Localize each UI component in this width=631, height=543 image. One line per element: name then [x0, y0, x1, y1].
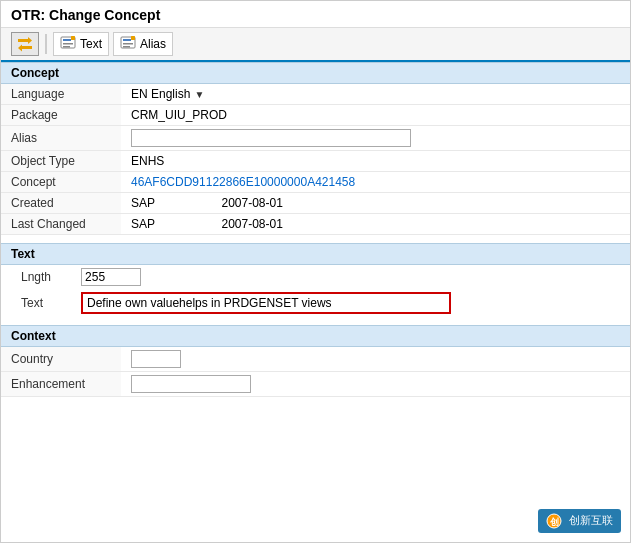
- context-section-header: Context: [1, 325, 630, 347]
- last-changed-date: 2007-08-01: [221, 217, 282, 231]
- concept-section-header: Concept: [1, 62, 630, 84]
- created-label: Created: [1, 193, 121, 214]
- text-icon: [60, 36, 76, 52]
- text-tab-button[interactable]: Text: [53, 32, 109, 56]
- concept-row: Concept 46AF6CDD91122866E10000000A421458: [1, 172, 630, 193]
- svg-rect-6: [63, 43, 73, 45]
- context-section: Context Country Enhancement: [1, 325, 630, 397]
- svg-rect-10: [123, 39, 131, 41]
- watermark-icon: 创: [546, 513, 562, 529]
- concept-label: Concept: [1, 172, 121, 193]
- alias-label: Alias: [1, 126, 121, 151]
- svg-marker-1: [28, 37, 32, 44]
- concept-form-table: Language EN English ▼ Package CRM_UIU_PR…: [1, 84, 630, 235]
- toolbar: Text Alias: [1, 28, 630, 62]
- watermark: 创 创新互联: [538, 509, 621, 533]
- package-label: Package: [1, 105, 121, 126]
- created-row: Created SAP 2007-08-01: [1, 193, 630, 214]
- object-type-label: Object Type: [1, 151, 121, 172]
- package-row: Package CRM_UIU_PROD: [1, 105, 630, 126]
- text-row: Text: [1, 289, 630, 317]
- text-section-header: Text: [1, 243, 630, 265]
- main-window: OTR: Change Concept Text: [0, 0, 631, 543]
- alias-icon: [120, 36, 136, 52]
- last-changed-row: Last Changed SAP 2007-08-01: [1, 214, 630, 235]
- lngth-row: Lngth: [1, 265, 630, 289]
- toolbar-separator-1: [45, 34, 47, 54]
- svg-rect-13: [131, 36, 135, 40]
- enhancement-input[interactable]: [131, 375, 251, 393]
- text-label: Text: [80, 37, 102, 51]
- language-label: Language: [1, 84, 121, 105]
- svg-rect-12: [123, 46, 130, 48]
- package-value: CRM_UIU_PROD: [131, 108, 227, 122]
- text-input[interactable]: [81, 292, 451, 314]
- language-value: EN English: [131, 87, 190, 101]
- country-input[interactable]: [131, 350, 181, 368]
- svg-text:创: 创: [548, 517, 558, 527]
- lngth-label: Lngth: [1, 265, 61, 289]
- svg-marker-3: [18, 45, 22, 52]
- concept-section: Concept Language EN English ▼ Package CR…: [1, 62, 630, 235]
- enhancement-row: Enhancement: [1, 372, 630, 397]
- switch-icon: [17, 36, 33, 52]
- text-form-table: Lngth Text: [1, 265, 630, 317]
- svg-rect-0: [18, 39, 28, 42]
- created-by: SAP: [131, 196, 155, 210]
- object-type-value: ENHS: [131, 154, 164, 168]
- watermark-text: 创新互联: [569, 514, 613, 526]
- language-row: Language EN English ▼: [1, 84, 630, 105]
- context-form-table: Country Enhancement: [1, 347, 630, 397]
- svg-rect-11: [123, 43, 133, 45]
- enhancement-label: Enhancement: [1, 372, 121, 397]
- country-label: Country: [1, 347, 121, 372]
- language-select[interactable]: EN English ▼: [131, 87, 204, 101]
- alias-label: Alias: [140, 37, 166, 51]
- title-bar: OTR: Change Concept: [1, 1, 630, 28]
- country-row: Country: [1, 347, 630, 372]
- alias-tab-button[interactable]: Alias: [113, 32, 173, 56]
- concept-value[interactable]: 46AF6CDD91122866E10000000A421458: [131, 175, 355, 189]
- page-title: OTR: Change Concept: [11, 7, 620, 23]
- text-field-label: Text: [1, 289, 61, 317]
- language-dropdown-arrow[interactable]: ▼: [194, 89, 204, 100]
- text-section: Text Lngth Text: [1, 243, 630, 317]
- lngth-input[interactable]: [81, 268, 141, 286]
- svg-rect-2: [22, 46, 32, 49]
- last-changed-label: Last Changed: [1, 214, 121, 235]
- alias-row: Alias: [1, 126, 630, 151]
- last-changed-by: SAP: [131, 217, 155, 231]
- svg-rect-5: [63, 39, 71, 41]
- svg-rect-8: [71, 36, 75, 40]
- switch-button[interactable]: [11, 32, 39, 56]
- svg-rect-7: [63, 46, 70, 48]
- created-date: 2007-08-01: [221, 196, 282, 210]
- object-type-row: Object Type ENHS: [1, 151, 630, 172]
- alias-input[interactable]: [131, 129, 411, 147]
